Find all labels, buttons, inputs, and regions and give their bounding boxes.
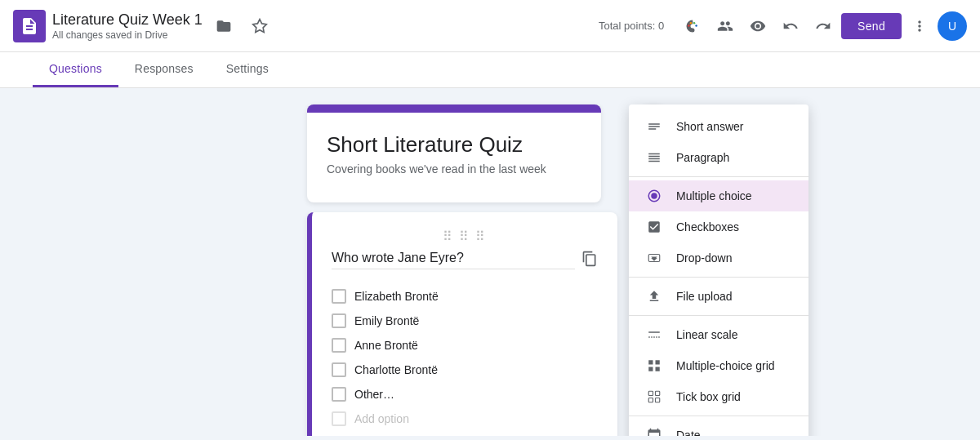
add-option-row: Add option (332, 407, 598, 431)
tab-settings[interactable]: Settings (210, 52, 285, 87)
svg-point-4 (695, 24, 697, 27)
question-text[interactable]: Who wrote Jane Eyre? (332, 251, 575, 269)
question-header: Who wrote Jane Eyre? (332, 251, 598, 271)
folder-icon-button[interactable] (209, 11, 238, 41)
menu-item-tick-box-grid-label: Tick box grid (676, 390, 741, 403)
menu-item-paragraph-label: Paragraph (676, 151, 729, 164)
question-copy-button[interactable] (581, 251, 598, 271)
file-upload-icon (645, 289, 663, 304)
menu-divider-3 (629, 315, 808, 316)
option-row-2: Emily Brontë (332, 309, 598, 333)
short-answer-icon (645, 119, 663, 134)
menu-item-mc-grid-label: Multiple-choice grid (676, 359, 775, 372)
undo-button[interactable] (776, 11, 805, 41)
menu-item-checkboxes[interactable]: Checkboxes (629, 211, 808, 242)
title-area: Literature Quiz Week 1 All changes saved… (52, 11, 203, 41)
multiple-choice-icon (645, 189, 663, 203)
question-card: ⠿ ⠿ ⠿ Who wrote Jane Eyre? Elizabeth Bro… (307, 212, 617, 436)
redo-button[interactable] (808, 11, 838, 41)
option-label-1[interactable]: Elizabeth Brontë (354, 290, 439, 303)
linear-scale-icon (645, 327, 663, 342)
form-header-card: Short Literature Quiz Covering books we'… (307, 104, 601, 202)
svg-point-3 (693, 22, 696, 24)
menu-divider-4 (629, 416, 808, 416)
user-avatar[interactable]: U (938, 11, 967, 41)
add-option-label[interactable]: Add option (354, 412, 409, 425)
checkbox-3[interactable] (332, 338, 346, 353)
option-label-4[interactable]: Charlotte Brontë (354, 363, 438, 376)
checkbox-5[interactable] (332, 387, 346, 402)
svg-marker-0 (252, 19, 266, 32)
doc-title[interactable]: Literature Quiz Week 1 (52, 11, 203, 29)
send-button[interactable]: Send (841, 13, 902, 39)
svg-point-6 (651, 193, 657, 199)
add-option-checkbox (332, 411, 346, 426)
total-points: Total points: 0 (599, 20, 664, 32)
menu-item-linear-scale[interactable]: Linear scale (629, 319, 808, 350)
menu-item-short-answer[interactable]: Short answer (629, 111, 808, 142)
date-icon (645, 428, 663, 436)
more-options-button[interactable] (905, 11, 934, 41)
menu-item-date-label: Date (676, 429, 701, 436)
form-title[interactable]: Short Literature Quiz (327, 132, 581, 158)
menu-item-multiple-choice-label: Multiple choice (676, 189, 752, 202)
save-status: All changes saved in Drive (52, 29, 203, 41)
menu-item-tick-box-grid[interactable]: Tick box grid (629, 381, 808, 412)
svg-point-1 (688, 24, 690, 27)
option-label-3[interactable]: Anne Brontë (354, 339, 418, 352)
cards-area: Short Literature Quiz Covering books we'… (307, 104, 617, 436)
main-content: Short Literature Quiz Covering books we'… (0, 88, 980, 436)
checkboxes-icon (645, 220, 663, 234)
menu-item-dropdown[interactable]: Drop-down (629, 242, 808, 273)
palette-button[interactable] (678, 11, 707, 41)
option-row-1: Elizabeth Brontë (332, 284, 598, 309)
paragraph-icon (645, 150, 663, 165)
drag-handle: ⠿ ⠿ ⠿ (332, 229, 598, 244)
checkbox-4[interactable] (332, 362, 346, 377)
menu-divider-2 (629, 277, 808, 278)
menu-item-linear-scale-label: Linear scale (676, 328, 738, 341)
menu-item-short-answer-label: Short answer (676, 120, 743, 133)
dropdown-menu: Short answer Paragraph Multiple choice C… (629, 104, 808, 436)
app-icon (13, 10, 46, 42)
svg-point-2 (690, 22, 693, 24)
form-subtitle[interactable]: Covering books we've read in the last we… (327, 162, 581, 176)
menu-item-paragraph[interactable]: Paragraph (629, 142, 808, 173)
option-row-4: Charlotte Brontë (332, 358, 598, 382)
top-bar-left: Literature Quiz Week 1 All changes saved… (13, 10, 599, 42)
checkbox-1[interactable] (332, 289, 346, 304)
svg-rect-10 (648, 398, 653, 402)
menu-divider-1 (629, 176, 808, 177)
tick-box-grid-icon (645, 389, 663, 404)
menu-item-multiple-choice[interactable]: Multiple choice (629, 180, 808, 211)
menu-item-mc-grid[interactable]: Multiple-choice grid (629, 350, 808, 381)
top-bar-actions: Total points: 0 Send U (599, 11, 967, 41)
tabs-bar: Questions Responses Settings (0, 52, 980, 88)
watch-button[interactable] (743, 11, 773, 41)
tab-questions[interactable]: Questions (33, 52, 118, 87)
option-row-3: Anne Brontë (332, 333, 598, 358)
menu-item-date[interactable]: Date (629, 420, 808, 436)
checkbox-2[interactable] (332, 313, 346, 328)
top-bar: Literature Quiz Week 1 All changes saved… (0, 0, 980, 52)
svg-rect-8 (648, 391, 653, 395)
option-label-5[interactable]: Other… (354, 388, 394, 401)
menu-item-file-upload-label: File upload (676, 290, 733, 303)
tab-responses[interactable]: Responses (118, 52, 210, 87)
svg-rect-11 (656, 398, 660, 402)
collaborate-button[interactable] (710, 11, 740, 41)
menu-item-checkboxes-label: Checkboxes (676, 220, 739, 233)
menu-item-file-upload[interactable]: File upload (629, 281, 808, 312)
dropdown-icon (645, 251, 663, 265)
mc-grid-icon (645, 358, 663, 373)
menu-item-dropdown-label: Drop-down (676, 251, 732, 264)
option-label-2[interactable]: Emily Brontë (354, 314, 419, 327)
star-icon-button[interactable] (245, 11, 274, 41)
option-row-5: Other… (332, 382, 598, 407)
svg-rect-9 (656, 391, 660, 395)
